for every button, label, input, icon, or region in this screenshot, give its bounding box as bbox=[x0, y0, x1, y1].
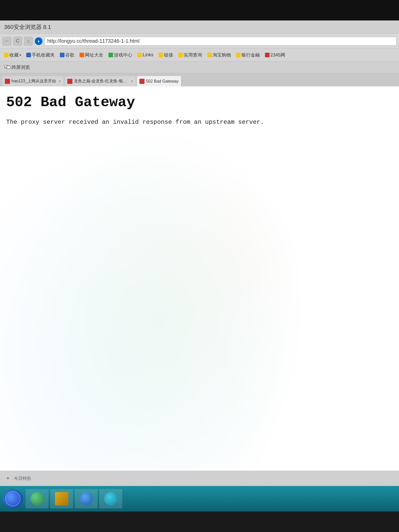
bookmark-label: 网址大全 bbox=[85, 52, 103, 58]
tabs-bar: hao123_上网从这里开始 × 龙鱼之巅-金龙鱼-红龙鱼-银龙鱼 × 502 … bbox=[0, 73, 399, 86]
bookmark-label: 实用查询 bbox=[184, 52, 202, 58]
error-message: The proxy server received an invalid res… bbox=[6, 118, 393, 127]
bookmarks-bar: 收藏 ▾ □ 手机收藏夹 谷歌 网址大全 游戏中心 Links 链接 bbox=[0, 49, 399, 61]
address-bar-row: ← C ⌂ ● bbox=[0, 34, 399, 49]
taskbar-app1[interactable] bbox=[26, 489, 49, 508]
bookmark-label: 2345网 bbox=[270, 52, 285, 58]
page-bottom-bar: + 今日特告 bbox=[0, 471, 399, 486]
add-tab-button[interactable]: + bbox=[4, 474, 12, 482]
back-button[interactable]: ← bbox=[3, 37, 11, 46]
app4-icon bbox=[104, 492, 117, 505]
home-button[interactable]: ⌂ bbox=[24, 37, 33, 46]
bookmark-favorites[interactable]: 收藏 ▾ bbox=[2, 51, 23, 59]
502-tab-label: 502 Bad Gateway bbox=[146, 79, 179, 84]
windows-taskbar bbox=[0, 486, 399, 512]
bookmark-banking[interactable]: 银行金融 bbox=[234, 51, 262, 59]
bookmark-google[interactable]: 谷歌 bbox=[58, 51, 76, 59]
links-zh-icon bbox=[159, 53, 163, 57]
longyu-tab-icon bbox=[67, 79, 72, 84]
screen-top-edge bbox=[0, 0, 399, 20]
bookmark-label: 链接 bbox=[164, 52, 173, 58]
longyu-tab-label: 龙鱼之巅-金龙鱼-红龙鱼-银龙鱼 bbox=[74, 79, 128, 84]
taskbar-app3[interactable] bbox=[75, 489, 98, 508]
address-input[interactable] bbox=[45, 37, 396, 46]
app2-icon bbox=[55, 492, 68, 505]
bookmark-label: 手机收藏夹 bbox=[32, 52, 55, 58]
banking-icon bbox=[236, 53, 241, 57]
bookmark-links-en[interactable]: Links bbox=[135, 51, 156, 58]
bookmark-games[interactable]: 游戏中心 bbox=[106, 51, 134, 59]
bookmark-urls[interactable]: 网址大全 bbox=[77, 51, 105, 59]
today-label: 今日特告 bbox=[14, 475, 31, 481]
tools-icon bbox=[178, 53, 183, 57]
mobile-icon: □ bbox=[26, 53, 31, 57]
google-icon bbox=[60, 53, 64, 57]
taskbar-app2[interactable] bbox=[50, 489, 73, 508]
bookmark-label: 谷歌 bbox=[65, 52, 74, 58]
bookmark-label: 收藏 bbox=[9, 52, 19, 58]
bookmark-label: 游戏中心 bbox=[114, 52, 132, 58]
games-icon bbox=[108, 53, 113, 57]
bookmark-links-zh[interactable]: 链接 bbox=[157, 51, 175, 59]
bookmark-label: Links bbox=[143, 52, 153, 58]
urls-icon bbox=[80, 53, 84, 57]
502-tab-icon bbox=[139, 79, 145, 84]
crossscreen-icon bbox=[4, 65, 10, 70]
tab-502[interactable]: 502 Bad Gateway bbox=[137, 76, 181, 86]
app3-icon bbox=[80, 492, 93, 505]
refresh-button[interactable]: C bbox=[13, 37, 22, 46]
secondary-nav-bar: 跨屏浏览 bbox=[0, 61, 399, 73]
bookmark-2345[interactable]: 2345网 bbox=[263, 51, 287, 59]
tab-longyu[interactable]: 龙鱼之巅-金龙鱼-红龙鱼-银龙鱼 × bbox=[64, 76, 136, 86]
chevron-down-icon: ▾ bbox=[19, 53, 21, 57]
2345-icon bbox=[265, 53, 270, 57]
bookmark-taobao[interactable]: 淘宝购物 bbox=[205, 51, 233, 59]
browser-window: 360安全浏览器 8.1 ← C ⌂ ● 收藏 ▾ □ 手机收藏夹 谷歌 网址大… bbox=[0, 20, 399, 512]
hao123-tab-close[interactable]: × bbox=[59, 79, 61, 84]
error-heading: 502 Bad Gateway bbox=[6, 94, 393, 110]
bookmark-label: 淘宝购物 bbox=[213, 52, 231, 58]
windows-orb-icon bbox=[5, 491, 20, 506]
page-content: 502 Bad Gateway The proxy server receive… bbox=[0, 86, 399, 471]
title-bar: 360安全浏览器 8.1 bbox=[0, 20, 399, 34]
favorites-icon bbox=[4, 53, 9, 57]
bookmark-label: 银行金融 bbox=[241, 52, 260, 58]
links-en-icon bbox=[137, 53, 142, 57]
hao123-tab-icon bbox=[5, 79, 10, 84]
browser-icon: ● bbox=[35, 37, 42, 45]
taskbar-app4[interactable] bbox=[99, 489, 122, 508]
hao123-tab-label: hao123_上网从这里开始 bbox=[12, 79, 56, 84]
swirl-background bbox=[0, 86, 399, 471]
browser-title: 360安全浏览器 8.1 bbox=[4, 23, 51, 31]
bookmark-mobile[interactable]: □ 手机收藏夹 bbox=[24, 51, 57, 59]
bookmark-tools[interactable]: 实用查询 bbox=[176, 51, 204, 59]
taobao-icon bbox=[207, 53, 212, 57]
longyu-tab-close[interactable]: × bbox=[131, 79, 133, 84]
crossscreen-label: 跨屏浏览 bbox=[12, 64, 30, 70]
tab-hao123[interactable]: hao123_上网从这里开始 × bbox=[2, 76, 64, 86]
windows-start-button[interactable] bbox=[3, 489, 23, 508]
app1-icon bbox=[30, 492, 44, 505]
crossscreen-btn[interactable]: 跨屏浏览 bbox=[2, 63, 32, 72]
svg-rect-1 bbox=[7, 66, 10, 69]
